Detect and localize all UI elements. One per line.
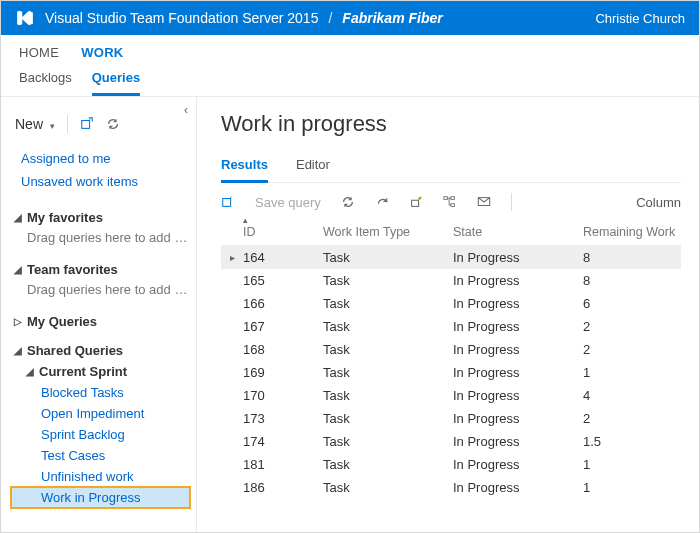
collapse-sidebar-icon[interactable]: ‹ [184,103,188,117]
tab-results[interactable]: Results [221,151,268,183]
cell-remaining: 2 [583,319,693,334]
table-row[interactable]: 167TaskIn Progress2 [221,315,681,338]
table-row[interactable]: 165TaskIn Progress8 [221,269,681,292]
query-unfinished-work[interactable]: Unfinished work [11,466,190,487]
row-expand-icon[interactable] [221,480,243,495]
row-expand-icon[interactable] [221,342,243,357]
row-expand-icon[interactable] [221,411,243,426]
cell-state: In Progress [453,273,583,288]
query-blocked-tasks[interactable]: Blocked Tasks [11,382,190,403]
cell-state: In Progress [453,457,583,472]
subhub-queries[interactable]: Queries [92,64,140,96]
product-name[interactable]: Visual Studio Team Foundation Server 201… [45,10,318,26]
vs-logo-icon [15,8,35,28]
query-test-cases[interactable]: Test Cases [11,445,190,466]
cell-type: Task [323,480,453,495]
sidebar-toolbar: New ▾ [11,105,190,143]
cell-type: Task [323,296,453,311]
query-open-impediment[interactable]: Open Impediment [11,403,190,424]
table-row[interactable]: 186TaskIn Progress1 [221,476,681,499]
user-name[interactable]: Christie Church [595,11,685,26]
group-label: Shared Queries [27,343,123,358]
cell-type: Task [323,273,453,288]
cell-remaining: 1 [583,365,693,380]
svg-rect-5 [451,197,455,200]
email-icon[interactable] [477,195,491,209]
refresh-icon[interactable] [106,117,120,131]
assigned-to-me-link[interactable]: Assigned to me [15,147,186,170]
table-row[interactable]: 170TaskIn Progress4 [221,384,681,407]
new-query-dropdown[interactable]: New ▾ [15,116,55,132]
table-row[interactable]: 181TaskIn Progress1 [221,453,681,476]
cell-type: Task [323,365,453,380]
row-expand-icon[interactable] [221,457,243,472]
cell-type: Task [323,250,453,265]
col-id[interactable]: ID [243,225,323,239]
my-queries-group[interactable]: ▷ My Queries [11,311,190,332]
shared-queries-group[interactable]: ◢ Shared Queries [11,340,190,361]
tree-icon[interactable] [443,195,457,209]
expand-icon: ◢ [13,264,23,275]
hub-work[interactable]: WORK [81,41,123,64]
team-favorites-group[interactable]: ◢ Team favorites [11,259,190,280]
cell-remaining: 4 [583,388,693,403]
table-row[interactable]: 166TaskIn Progress6 [221,292,681,315]
cell-remaining: 2 [583,342,693,357]
col-state[interactable]: State [453,225,583,239]
group-label: My Queries [27,314,97,329]
table-row[interactable]: ▸164TaskIn Progress8 [221,246,681,269]
svg-rect-0 [82,121,90,129]
query-sprint-backlog[interactable]: Sprint Backlog [11,424,190,445]
row-expand-icon[interactable] [221,273,243,288]
cell-id: 169 [243,365,323,380]
my-favorites-group[interactable]: ◢ My favorites [11,207,190,228]
query-tabs: Results Editor [221,151,681,183]
new-work-item-icon[interactable] [80,117,94,131]
queries-tree: ◢ My favorites Drag queries here to add … [11,203,190,512]
svg-rect-1 [223,199,231,207]
col-remaining[interactable]: Remaining Work [583,225,693,239]
query-work-in-progress[interactable]: Work in Progress [11,487,190,508]
column-label: Column [636,195,681,210]
cell-state: In Progress [453,296,583,311]
cell-id: 168 [243,342,323,357]
tab-editor[interactable]: Editor [296,151,330,182]
cell-type: Task [323,319,453,334]
table-row[interactable]: 168TaskIn Progress2 [221,338,681,361]
row-expand-icon[interactable] [221,365,243,380]
link-icon[interactable] [409,195,423,209]
cell-remaining: 6 [583,296,693,311]
current-sprint-folder[interactable]: ◢ Current Sprint [11,361,190,382]
cell-state: In Progress [453,411,583,426]
unsaved-work-items-link[interactable]: Unsaved work items [15,170,186,193]
col-type[interactable]: Work Item Type [323,225,453,239]
cell-type: Task [323,388,453,403]
redo-icon[interactable] [375,195,389,209]
row-expand-icon[interactable] [221,319,243,334]
hub-home[interactable]: HOME [19,41,59,64]
subhub-backlogs[interactable]: Backlogs [19,64,72,96]
row-expand-icon[interactable] [221,296,243,311]
hub-nav: HOME WORK [1,35,699,64]
svg-rect-4 [444,197,448,200]
cell-remaining: 2 [583,411,693,426]
table-row[interactable]: 174TaskIn Progress1.5 [221,430,681,453]
row-expand-icon[interactable]: ▸ [221,250,243,265]
results-toolbar: Save query Column [221,183,681,219]
cell-id: 165 [243,273,323,288]
new-work-item-icon[interactable] [221,195,235,209]
cell-remaining: 1.5 [583,434,693,449]
cell-id: 173 [243,411,323,426]
page-title: Work in progress [221,111,681,137]
cell-remaining: 1 [583,457,693,472]
row-expand-icon[interactable] [221,388,243,403]
row-expand-icon[interactable] [221,434,243,449]
table-row[interactable]: 169TaskIn Progress1 [221,361,681,384]
refresh-icon[interactable] [341,195,355,209]
cell-state: In Progress [453,480,583,495]
column-options-button[interactable]: Column [636,195,681,210]
cell-state: In Progress [453,388,583,403]
save-query-button[interactable]: Save query [255,195,321,210]
project-link[interactable]: Fabrikam Fiber [342,10,442,26]
table-row[interactable]: 173TaskIn Progress2 [221,407,681,430]
